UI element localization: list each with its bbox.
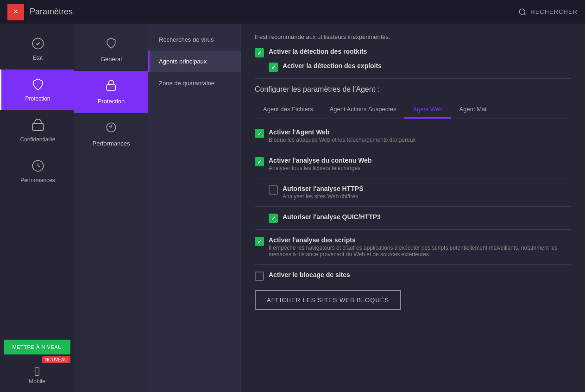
- label-container-blocage_sites: Activer le blocage de sites: [269, 271, 350, 278]
- tabs-container: Agent des Fichiers Agent Actions Suspect…: [255, 101, 571, 119]
- checkbox-analyse_https[interactable]: [269, 185, 278, 195]
- tab-mail[interactable]: Agent Mail: [451, 101, 496, 119]
- menu-item-protection[interactable]: Protection: [74, 71, 148, 113]
- protection-lock-icon: [105, 79, 117, 94]
- menu-label-protection: Protection: [98, 98, 125, 105]
- option-row-analyse_https: Autoriser l'analyse HTTPSAnalyser les si…: [269, 185, 571, 200]
- divider-opt-3: [255, 229, 571, 230]
- checkbox-analyse_contenu[interactable]: ✓: [255, 157, 264, 166]
- checkbox-blocage_sites[interactable]: [255, 272, 264, 281]
- rootkit-label: Activer la détection des rootkits: [269, 48, 367, 55]
- label-container-analyse_scripts: Activer l'analyse des scriptsIl empêche …: [269, 236, 571, 258]
- label-container-activate_web: Activer l'Agent WebBloque les attaques W…: [269, 128, 415, 143]
- label-container-analyse_contenu: Activer l'analyse du contenu WebAnalyser…: [269, 157, 371, 171]
- sidebar-item-protection[interactable]: Protection: [0, 70, 74, 110]
- performances-icon: [31, 159, 44, 174]
- label-analyse_https: Autoriser l'analyse HTTPS: [283, 185, 364, 192]
- search-label: RECHERCHER: [530, 8, 578, 15]
- label-analyse_quic: Autoriser l'analyse QUIC/HTTP3: [283, 213, 381, 221]
- svg-line-1: [524, 13, 526, 15]
- divider-opt-2: [255, 206, 571, 207]
- divider-1: [255, 78, 571, 79]
- rootkit-checkmark: ✓: [257, 50, 262, 57]
- upgrade-button[interactable]: METTRE À NIVEAU: [4, 340, 70, 354]
- rootkit-label-container: Activer la détection des rootkits: [269, 48, 367, 55]
- sidebar-item-performances[interactable]: Performances: [0, 151, 74, 192]
- option-row-analyse_quic: ✓Autoriser l'analyse QUIC/HTTP3: [269, 213, 571, 223]
- mobile-icon: [32, 367, 42, 376]
- submenu-quarantaine[interactable]: Zone de quarantaine: [148, 72, 241, 94]
- exploit-row: ✓ Activer la détection des exploits: [269, 62, 571, 72]
- exploit-checkmark: ✓: [271, 64, 276, 71]
- exploit-checkbox[interactable]: ✓: [269, 63, 278, 72]
- checkmark-activate_web: ✓: [257, 130, 262, 137]
- tab-web[interactable]: Agent Web: [404, 101, 451, 119]
- checkmark-analyse_scripts: ✓: [257, 238, 262, 245]
- menu-label-performances: Performances: [93, 140, 130, 147]
- option-row-activate_web: ✓Activer l'Agent WebBloque les attaques …: [255, 128, 571, 143]
- sidebar-second: Général Protection Performances: [74, 24, 148, 392]
- label-blocage_sites: Activer le blocage de sites: [269, 271, 350, 278]
- sidebar-label-etat: État: [33, 55, 43, 61]
- close-button[interactable]: ×: [7, 4, 24, 20]
- svg-rect-3: [32, 124, 43, 131]
- label-analyse_contenu: Activer l'analyse du contenu Web: [269, 157, 371, 164]
- configure-title: Configurer les paramètres de l'Agent :: [255, 85, 571, 94]
- exploit-label-container: Activer la détection des exploits: [283, 62, 382, 70]
- performances-gauge-icon: [105, 121, 117, 136]
- desc-activate_web: Bloque les attaques Web et les télécharg…: [269, 137, 415, 143]
- submenu-recherches[interactable]: Recherches de virus: [148, 29, 241, 51]
- content-area: Il est recommandé aux utilisateurs inexp…: [241, 24, 585, 392]
- submenu-agents[interactable]: Agents principaux: [148, 51, 241, 72]
- options-container: ✓Activer l'Agent WebBloque les attaques …: [255, 128, 571, 281]
- svg-rect-5: [35, 368, 39, 376]
- svg-point-0: [520, 9, 525, 14]
- sidebar-label-confidentialite: Confidentialité: [20, 136, 55, 143]
- checkbox-analyse_scripts[interactable]: ✓: [255, 237, 264, 246]
- divider-opt-4: [255, 264, 571, 265]
- menu-item-general[interactable]: Général: [74, 29, 148, 71]
- protection-icon: [31, 78, 44, 93]
- label-container-analyse_quic: Autoriser l'analyse QUIC/HTTP3: [283, 213, 381, 221]
- confidentialite-icon: [31, 119, 44, 133]
- desc-analyse_https: Analyser les sites Web chiffrés.: [283, 193, 364, 200]
- sidebar-label-protection: Protection: [25, 95, 50, 102]
- divider-opt-0: [255, 150, 571, 150]
- option-row-analyse_scripts: ✓Activer l'analyse des scriptsIl empêche…: [255, 236, 571, 258]
- top-bar: × Paramètres RECHERCHER: [0, 0, 585, 24]
- checkmark-analyse_quic: ✓: [271, 215, 276, 222]
- search-area[interactable]: RECHERCHER: [518, 8, 578, 16]
- search-icon: [518, 8, 527, 16]
- rootkit-row: ✓ Activer la détection des rootkits: [255, 48, 571, 57]
- sidebar-item-mobile[interactable]: Mobile: [4, 363, 70, 388]
- rootkit-checkbox[interactable]: ✓: [255, 48, 264, 57]
- desc-analyse_scripts: Il empêche les navigateurs et d'autres a…: [269, 245, 571, 258]
- tab-fichiers[interactable]: Agent des Fichiers: [255, 101, 321, 119]
- blocked-sites-button[interactable]: AFFICHER LES SITES WEB BLOQUÉS: [255, 290, 401, 310]
- mobile-label: Mobile: [29, 378, 45, 385]
- menu-label-general: Général: [101, 56, 122, 63]
- sidebar-item-etat[interactable]: État: [0, 29, 74, 70]
- recommendation-text: Il est recommandé aux utilisateurs inexp…: [255, 33, 571, 40]
- tab-actions[interactable]: Agent Actions Suspectes: [321, 101, 405, 119]
- general-icon: [105, 37, 117, 52]
- sidebar-label-performances: Performances: [20, 177, 55, 183]
- desc-analyse_contenu: Analyser tous les fichiers téléchargés.: [269, 165, 371, 171]
- main-layout: État Protection Confidentialité: [0, 24, 585, 392]
- divider-opt-1: [255, 178, 571, 178]
- checkbox-activate_web[interactable]: ✓: [255, 129, 264, 138]
- sidebar-item-confidentialite[interactable]: Confidentialité: [0, 110, 74, 151]
- option-row-analyse_contenu: ✓Activer l'analyse du contenu WebAnalyse…: [255, 157, 571, 171]
- menu-item-performances[interactable]: Performances: [74, 113, 148, 155]
- checkmark-analyse_contenu: ✓: [257, 158, 262, 165]
- sidebar-bottom: METTRE À NIVEAU NOUVEAU Mobile: [0, 336, 74, 392]
- window-title: Paramètres: [30, 7, 513, 17]
- checkbox-analyse_quic[interactable]: ✓: [269, 214, 278, 223]
- label-activate_web: Activer l'Agent Web: [269, 128, 415, 136]
- label-analyse_scripts: Activer l'analyse des scripts: [269, 236, 571, 244]
- sidebar-third: Recherches de virus Agents principaux Zo…: [148, 24, 241, 392]
- new-badge: NOUVEAU: [42, 356, 70, 363]
- etat-icon: [31, 37, 44, 52]
- svg-rect-7: [107, 85, 116, 90]
- option-row-blocage_sites: Activer le blocage de sites: [255, 271, 571, 281]
